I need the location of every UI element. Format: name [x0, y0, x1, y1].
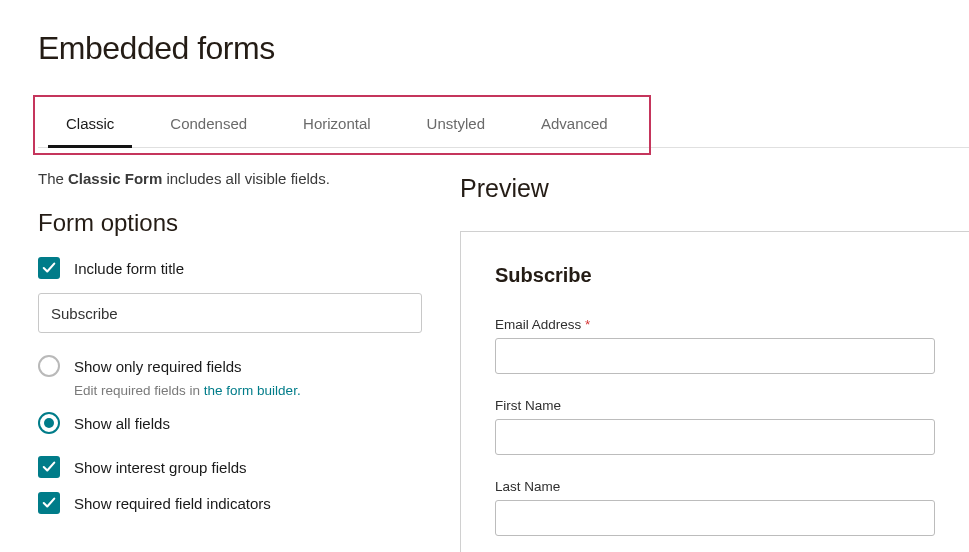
email-label: Email Address *	[495, 317, 935, 332]
preview-heading: Subscribe	[495, 264, 935, 287]
form-description: The Classic Form includes all visible fi…	[38, 170, 426, 187]
last-name-input[interactable]	[495, 500, 935, 536]
form-builder-link[interactable]: the form builder.	[204, 383, 301, 398]
show-only-required-label: Show only required fields	[74, 358, 242, 375]
required-fields-hint: Edit required fields in the form builder…	[74, 383, 426, 398]
check-icon	[38, 257, 60, 279]
radio-icon	[38, 355, 60, 377]
tabs-container: Classic Condensed Horizontal Unstyled Ad…	[38, 99, 969, 148]
tab-unstyled[interactable]: Unstyled	[399, 99, 513, 147]
tab-classic[interactable]: Classic	[38, 99, 142, 147]
preview-panel: Preview Subscribe Email Address * First …	[460, 170, 969, 552]
radio-icon	[38, 412, 60, 434]
include-form-title-checkbox[interactable]: Include form title	[38, 257, 426, 279]
tab-advanced[interactable]: Advanced	[513, 99, 636, 147]
last-name-label: Last Name	[495, 479, 935, 494]
check-icon	[38, 492, 60, 514]
email-input[interactable]	[495, 338, 935, 374]
tab-condensed[interactable]: Condensed	[142, 99, 275, 147]
show-all-fields-radio[interactable]: Show all fields	[38, 412, 426, 434]
page-title: Embedded forms	[38, 30, 969, 67]
show-required-indicators-checkbox[interactable]: Show required field indicators	[38, 492, 426, 514]
preview-box: Subscribe Email Address * First Name Las…	[460, 231, 969, 552]
show-interest-groups-label: Show interest group fields	[74, 459, 247, 476]
preview-title: Preview	[460, 174, 969, 203]
tabs: Classic Condensed Horizontal Unstyled Ad…	[38, 99, 969, 148]
show-only-required-radio[interactable]: Show only required fields	[38, 355, 426, 377]
required-indicator: *	[585, 317, 590, 332]
include-form-title-label: Include form title	[74, 260, 184, 277]
check-icon	[38, 456, 60, 478]
show-interest-groups-checkbox[interactable]: Show interest group fields	[38, 456, 426, 478]
show-all-fields-label: Show all fields	[74, 415, 170, 432]
form-title-input[interactable]	[38, 293, 422, 333]
first-name-input[interactable]	[495, 419, 935, 455]
show-required-indicators-label: Show required field indicators	[74, 495, 271, 512]
first-name-label: First Name	[495, 398, 935, 413]
form-options-panel: The Classic Form includes all visible fi…	[38, 170, 426, 552]
form-options-title: Form options	[38, 209, 426, 237]
tab-horizontal[interactable]: Horizontal	[275, 99, 399, 147]
